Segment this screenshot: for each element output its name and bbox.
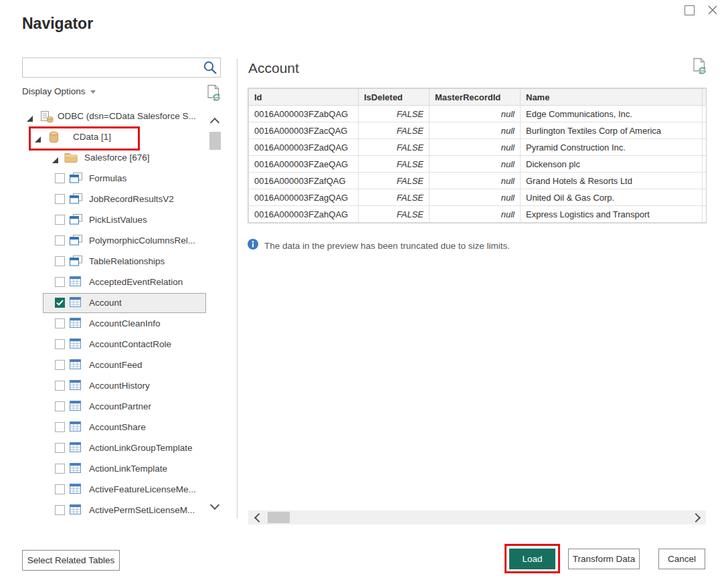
column-header: Id <box>249 89 359 106</box>
tree-item-activepermsetlicensem[interactable]: ActivePermSetLicenseM... <box>0 502 207 519</box>
tree-item-formulas[interactable]: Formulas <box>0 170 207 187</box>
tree-item-label: Salesforce [676] <box>84 149 150 167</box>
table-cell: 0016A000003FZafQAG <box>249 173 359 189</box>
tree-scroll-up-button[interactable] <box>208 115 221 127</box>
tree-item-salesforce-676[interactable]: Salesforce [676] <box>0 149 207 167</box>
table-cell: C <box>703 122 707 139</box>
tree-item-label: Account <box>89 294 122 312</box>
checkbox-unchecked[interactable] <box>55 277 65 287</box>
refresh-icon[interactable] <box>692 58 708 75</box>
preview-horizontal-scrollbar[interactable] <box>248 510 706 524</box>
checkbox-unchecked[interactable] <box>55 360 65 370</box>
close-icon[interactable] <box>707 4 719 16</box>
odbc-icon <box>40 110 54 122</box>
load-button[interactable]: Load <box>509 549 555 569</box>
table-cell: 0016A000003FZaeQAG <box>249 156 359 173</box>
maximize-icon[interactable] <box>685 5 695 15</box>
tree-item-accountpartner[interactable]: AccountPartner <box>0 398 207 415</box>
table-row: 0016A000003FZahQAGFALSEnullExpress Logis… <box>249 206 707 223</box>
checkbox-unchecked[interactable] <box>55 256 65 266</box>
chevron-down-icon <box>210 500 219 510</box>
table-cell: FALSE <box>359 156 430 173</box>
checkbox-unchecked[interactable] <box>55 173 65 183</box>
column-header: MasterRecordId <box>430 89 521 106</box>
tree-item-tablerelationships[interactable]: TableRelationships <box>0 253 207 270</box>
checkbox-unchecked[interactable] <box>55 401 65 411</box>
table-cell: null <box>430 139 521 156</box>
tree-item-activefeaturelicenseme[interactable]: ActiveFeatureLicenseMe... <box>0 481 207 498</box>
table-cell: C <box>703 156 707 173</box>
scroll-right-button[interactable] <box>691 512 702 523</box>
checkbox-checked[interactable] <box>55 298 65 308</box>
table-row: 0016A000003FZaeQAGFALSEnullDickenson plc… <box>249 156 707 173</box>
table-cell: null <box>430 206 521 223</box>
checkbox-unchecked[interactable] <box>55 422 65 432</box>
truncation-notice: The data in the preview has been truncat… <box>248 239 510 252</box>
table-row: 0016A000003FZafQAGFALSEnullGrand Hotels … <box>249 173 707 189</box>
table-icon <box>70 401 83 413</box>
table-cell: FALSE <box>359 173 430 189</box>
checkbox-unchecked[interactable] <box>55 318 65 328</box>
tree-item-label: AccountFeed <box>89 357 143 374</box>
checkbox-unchecked[interactable] <box>55 381 65 391</box>
tree-item-accountcleaninfo[interactable]: AccountCleanInfo <box>0 315 207 332</box>
tree-item-label: PolymorphicColumnsRel... <box>89 232 195 250</box>
table-cell: C <box>703 106 707 122</box>
chevron-right-icon <box>691 513 700 522</box>
table-icon <box>70 380 83 392</box>
expand-collapse-icon[interactable] <box>35 134 41 140</box>
tree-item-picklistvalues[interactable]: PickListValues <box>0 211 207 229</box>
checkbox-unchecked[interactable] <box>55 464 65 474</box>
checkbox-unchecked[interactable] <box>55 235 65 246</box>
tree-scroll-down-button[interactable] <box>208 500 221 512</box>
tree-scrollbar-thumb[interactable] <box>209 132 221 150</box>
tree-item-accountshare[interactable]: AccountShare <box>0 419 207 436</box>
tree-item-accountcontactrole[interactable]: AccountContactRole <box>0 336 207 353</box>
checkbox-unchecked[interactable] <box>55 443 65 453</box>
table-icon <box>70 339 83 351</box>
column-header: T <box>703 89 707 106</box>
tree-item-label: ActiveFeatureLicenseMe... <box>89 481 196 498</box>
table-cell: FALSE <box>359 206 430 223</box>
checkbox-unchecked[interactable] <box>55 505 65 515</box>
checkbox-unchecked[interactable] <box>55 194 65 204</box>
tree-item-cdata-1[interactable]: CData [1] <box>0 128 207 146</box>
tree-item-label: TableRelationships <box>89 253 165 270</box>
expand-collapse-icon[interactable] <box>52 155 58 161</box>
tree-item-label: Formulas <box>89 170 126 187</box>
table-icon <box>70 504 83 516</box>
table-cell: null <box>430 189 521 206</box>
tree-item-label: AccountHistory <box>89 377 150 395</box>
scroll-left-button[interactable] <box>252 512 263 523</box>
tree-item-actionlinktemplate[interactable]: ActionLinkTemplate <box>0 460 207 478</box>
tree-item-actionlinkgrouptemplate[interactable]: ActionLinkGroupTemplate <box>0 440 207 457</box>
cancel-button[interactable]: Cancel <box>658 549 705 569</box>
tree-item-polymorphiccolumnsrel[interactable]: PolymorphicColumnsRel... <box>0 232 207 250</box>
table-cell: FALSE <box>359 139 430 156</box>
table-cell: null <box>430 173 521 189</box>
select-related-tables-button[interactable]: Select Related Tables <box>22 550 120 571</box>
tree-item-account[interactable]: Account <box>0 294 207 312</box>
table-row: 0016A000003FZabQAGFALSEnullEdge Communic… <box>249 106 707 122</box>
horizontal-scrollbar-thumb[interactable] <box>268 512 290 523</box>
checkbox-unchecked[interactable] <box>55 215 65 225</box>
tree-item-odbc-dsn-cdata-salesforce-s[interactable]: ODBC (dsn=CData Salesforce S... <box>0 108 207 125</box>
expand-collapse-icon[interactable] <box>27 114 33 120</box>
table-icon <box>70 359 83 371</box>
table-cell: 0016A000003FZagQAG <box>249 189 359 206</box>
checkbox-unchecked[interactable] <box>55 484 65 494</box>
checkbox-unchecked[interactable] <box>55 339 65 349</box>
table-cell: FALSE <box>359 122 430 139</box>
tree-item-accounthistory[interactable]: AccountHistory <box>0 377 207 395</box>
tree-item-accountfeed[interactable]: AccountFeed <box>0 357 207 374</box>
tree-item-label: PickListValues <box>89 211 147 229</box>
tree-item-label: AccountPartner <box>89 398 151 415</box>
tree-item-label: ActionLinkGroupTemplate <box>89 440 193 457</box>
tree-item-label: JobRecordResultsV2 <box>89 191 174 208</box>
tree-item-jobrecordresultsv2[interactable]: JobRecordResultsV2 <box>0 191 207 208</box>
transform-data-button[interactable]: Transform Data <box>568 549 640 569</box>
truncation-notice-text: The data in the preview has been truncat… <box>264 241 510 251</box>
table-cell: Edge Communications, Inc. <box>521 106 703 122</box>
tree-item-acceptedeventrelation[interactable]: AcceptedEventRelation <box>0 274 207 291</box>
table-cell: C <box>703 139 707 156</box>
